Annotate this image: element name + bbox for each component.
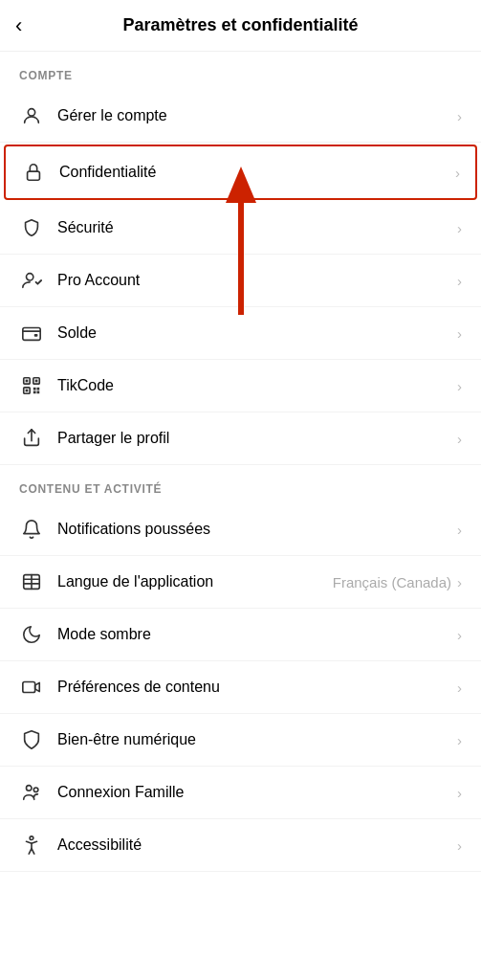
chevron-icon: ›: [457, 732, 462, 748]
wallet-icon: [19, 321, 44, 345]
svg-rect-11: [35, 380, 38, 383]
svg-rect-10: [26, 380, 29, 383]
menu-label: Confidentialité: [59, 164, 455, 181]
menu-label: Accessibilité: [57, 836, 457, 854]
section-contenu-activite: CONTENU ET ACTIVITÉ Notifications poussé…: [0, 465, 481, 872]
menu-item-pro-account[interactable]: Pro Account ›: [0, 255, 481, 307]
chevron-icon: ›: [457, 522, 462, 538]
chevron-icon: ›: [457, 220, 462, 236]
svg-rect-12: [26, 390, 29, 392]
language-icon: [19, 569, 44, 594]
chevron-icon: ›: [457, 378, 462, 394]
svg-point-24: [33, 788, 38, 792]
svg-point-25: [30, 836, 33, 840]
wellness-icon: [19, 727, 44, 752]
menu-item-preferences-contenu[interactable]: Préférences de contenu ›: [0, 661, 481, 714]
chevron-icon: ›: [457, 273, 462, 289]
accessibility-icon: [19, 833, 44, 858]
menu-item-bien-etre[interactable]: Bien-être numérique ›: [0, 714, 481, 767]
chevron-icon: ›: [457, 627, 462, 643]
pro-user-icon: [19, 268, 44, 293]
family-icon: [19, 780, 44, 805]
menu-label: Connexion Famille: [57, 784, 457, 801]
section-label-compte: COMPTE: [0, 52, 481, 90]
menu-label: Sécurité: [57, 219, 457, 236]
menu-item-langue[interactable]: Langue de l'application Français (Canada…: [0, 556, 481, 609]
section-label-contenu: CONTENU ET ACTIVITÉ: [0, 465, 481, 503]
menu-item-tikcode[interactable]: TikCode ›: [0, 360, 481, 412]
qrcode-icon: [19, 373, 44, 398]
svg-rect-5: [23, 328, 40, 341]
user-icon: [19, 103, 44, 128]
video-icon: [19, 675, 44, 700]
content-area: COMPTE Gérer le compte › Confidentialité…: [0, 52, 481, 872]
moon-icon: [19, 622, 44, 647]
menu-label: TikCode: [57, 377, 457, 394]
section-compte: COMPTE Gérer le compte › Confidentialité…: [0, 52, 481, 465]
svg-rect-13: [33, 388, 36, 390]
menu-item-mode-sombre[interactable]: Mode sombre ›: [0, 609, 481, 661]
header: ‹ Paramètres et confidentialité: [0, 0, 481, 52]
share-icon: [19, 426, 44, 451]
menu-label: Partager le profil: [57, 430, 457, 447]
menu-item-accessibilite[interactable]: Accessibilité ›: [0, 819, 481, 872]
chevron-icon: ›: [457, 431, 462, 447]
chevron-icon: ›: [457, 574, 462, 590]
menu-item-confidentialite[interactable]: Confidentialité ›: [4, 145, 477, 200]
lock-icon: [21, 160, 46, 185]
chevron-icon: ›: [455, 165, 460, 181]
shield-icon: [19, 215, 44, 240]
chevron-icon: ›: [457, 325, 462, 342]
svg-point-4: [27, 274, 33, 280]
menu-label: Langue de l'application: [57, 573, 333, 590]
menu-item-securite[interactable]: Sécurité ›: [0, 202, 481, 255]
menu-label: Bien-être numérique: [57, 731, 457, 748]
chevron-icon: ›: [457, 108, 462, 124]
svg-rect-15: [33, 391, 36, 394]
menu-item-gerer-compte[interactable]: Gérer le compte ›: [0, 90, 481, 143]
svg-point-2: [28, 109, 34, 116]
svg-rect-6: [34, 334, 38, 337]
svg-rect-3: [28, 171, 40, 180]
chevron-icon: ›: [457, 785, 462, 801]
bell-icon: [19, 517, 44, 542]
menu-item-notifications[interactable]: Notifications poussées ›: [0, 503, 481, 556]
chevron-icon: ›: [457, 679, 462, 696]
language-sublabel: Français (Canada): [333, 574, 451, 590]
svg-rect-22: [23, 682, 35, 693]
page-title: Paramètres et confidentialité: [122, 15, 358, 35]
menu-label: Pro Account: [57, 272, 457, 289]
back-button[interactable]: ‹: [15, 13, 22, 38]
menu-label: Gérer le compte: [57, 107, 457, 124]
menu-item-partager-profil[interactable]: Partager le profil ›: [0, 412, 481, 465]
menu-item-connexion-famille[interactable]: Connexion Famille ›: [0, 767, 481, 819]
menu-item-solde[interactable]: Solde ›: [0, 307, 481, 360]
menu-label: Préférences de contenu: [57, 679, 457, 696]
menu-label: Notifications poussées: [57, 521, 457, 538]
svg-rect-16: [37, 391, 40, 394]
svg-rect-14: [37, 388, 40, 390]
svg-point-23: [27, 786, 33, 791]
menu-label: Mode sombre: [57, 626, 457, 643]
chevron-icon: ›: [457, 837, 462, 854]
menu-label: Solde: [57, 324, 457, 342]
